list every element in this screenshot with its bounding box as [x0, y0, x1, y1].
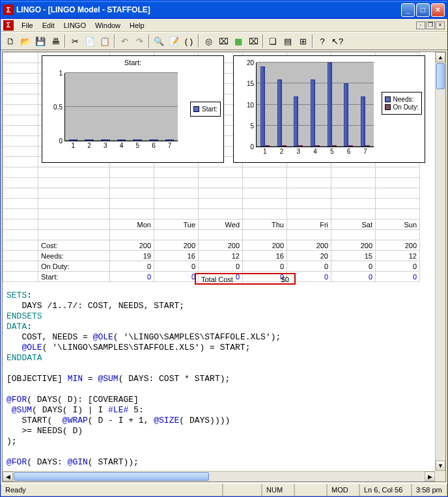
cell[interactable]	[243, 230, 287, 240]
row-start-label[interactable]: Start:	[38, 272, 110, 282]
row-needs-val[interactable]: 16	[243, 251, 287, 261]
minimize-button[interactable]: _	[401, 3, 415, 17]
cell[interactable]	[199, 209, 243, 220]
solve-button[interactable]: ◎	[201, 34, 216, 48]
cell[interactable]	[3, 209, 38, 220]
row-cost-val[interactable]: 200	[199, 240, 243, 251]
maximize-button[interactable]: □	[416, 3, 430, 17]
cell[interactable]	[38, 199, 110, 209]
row-onduty-val[interactable]: 0	[376, 261, 420, 272]
row-onduty-val[interactable]: 0	[287, 261, 331, 272]
cell[interactable]	[154, 188, 199, 199]
cell[interactable]	[154, 199, 199, 209]
cell[interactable]	[243, 209, 287, 220]
cell[interactable]	[3, 84, 38, 94]
cell[interactable]	[287, 178, 331, 188]
mdi-icon[interactable]: Σ	[3, 20, 14, 31]
row-onduty-val[interactable]: 0	[110, 261, 154, 272]
col-mon[interactable]: Mon	[110, 220, 154, 230]
row-start-val[interactable]: 0	[331, 272, 376, 282]
scroll-down-icon[interactable]: ▼	[436, 461, 445, 471]
cell[interactable]	[3, 115, 38, 126]
cell[interactable]	[243, 199, 287, 209]
context-help-button[interactable]: ↖?	[330, 34, 344, 48]
row-needs-val[interactable]: 15	[331, 251, 376, 261]
new-button[interactable]: 🗋	[3, 34, 18, 48]
cell[interactable]	[287, 188, 331, 199]
col-wed[interactable]: Wed	[199, 220, 243, 230]
menu-edit[interactable]: Edit	[38, 20, 59, 31]
cell[interactable]	[154, 230, 199, 240]
print-button[interactable]: 🖶	[48, 34, 63, 48]
cell[interactable]	[3, 63, 38, 74]
menu-file[interactable]: File	[18, 20, 37, 31]
cell[interactable]	[154, 178, 199, 188]
row-needs-label[interactable]: Needs:	[38, 251, 110, 261]
menu-lingo[interactable]: LINGO	[60, 20, 90, 31]
mdi-restore[interactable]: ❐	[426, 21, 435, 29]
cell[interactable]	[38, 230, 110, 240]
cell[interactable]	[3, 94, 38, 105]
cascade-button[interactable]: ⊞	[296, 34, 310, 48]
cell[interactable]	[110, 178, 154, 188]
mdi-minimize[interactable]: -	[416, 21, 425, 29]
scroll-left-icon[interactable]: ◀	[3, 472, 13, 481]
cell[interactable]	[287, 199, 331, 209]
cell[interactable]	[3, 126, 38, 136]
cut-button[interactable]: ✂	[68, 34, 82, 48]
cell[interactable]	[3, 74, 38, 84]
row-onduty-val[interactable]: 0	[331, 261, 376, 272]
cell[interactable]	[3, 230, 38, 240]
cell[interactable]	[331, 230, 376, 240]
mdi-close[interactable]: ×	[436, 21, 445, 29]
cell[interactable]	[287, 230, 331, 240]
find-button[interactable]: 🔍	[152, 34, 166, 48]
row-cost-val[interactable]: 200	[110, 240, 154, 251]
row-onduty-val[interactable]: 0	[199, 261, 243, 272]
cell[interactable]	[3, 272, 38, 282]
cell[interactable]	[3, 157, 38, 167]
row-onduty-label[interactable]: On Duty:	[38, 261, 110, 272]
row-needs-val[interactable]: 19	[110, 251, 154, 261]
cell[interactable]	[3, 167, 38, 178]
save-button[interactable]: 💾	[33, 34, 48, 48]
window-button[interactable]: ❏	[266, 34, 280, 48]
row-needs-val[interactable]: 20	[287, 251, 331, 261]
row-start-val[interactable]: 0	[154, 272, 199, 282]
cell[interactable]	[38, 188, 110, 199]
scroll-thumb[interactable]	[14, 472, 209, 481]
cell[interactable]	[243, 188, 287, 199]
model-code[interactable]: SETS: DAYS /1..7/: COST, NEEDS, START; E…	[7, 291, 434, 468]
row-start-val[interactable]: 0	[110, 272, 154, 282]
cell[interactable]	[376, 230, 420, 240]
cell[interactable]	[110, 188, 154, 199]
undo-button[interactable]: ↶	[117, 34, 132, 48]
goto-button[interactable]: 📝	[167, 34, 181, 48]
options-button[interactable]: ⌧	[246, 34, 260, 48]
cell[interactable]	[199, 188, 243, 199]
cell[interactable]	[376, 167, 420, 178]
help-button[interactable]: ?	[315, 34, 329, 48]
cell[interactable]	[3, 240, 38, 251]
cell[interactable]	[3, 261, 38, 272]
paste-button[interactable]: 📋	[98, 34, 112, 48]
cell[interactable]	[243, 167, 287, 178]
cell[interactable]	[110, 199, 154, 209]
cell[interactable]	[3, 199, 38, 209]
cell[interactable]	[38, 178, 110, 188]
cell[interactable]	[38, 209, 110, 220]
cell[interactable]	[110, 230, 154, 240]
redo-button[interactable]: ↷	[132, 34, 147, 48]
cell[interactable]	[376, 199, 420, 209]
picture-button[interactable]: ▦	[231, 34, 245, 48]
cell[interactable]	[154, 209, 199, 220]
cell[interactable]	[3, 188, 38, 199]
cell[interactable]	[287, 209, 331, 220]
cell[interactable]	[3, 220, 38, 230]
cell[interactable]	[199, 178, 243, 188]
row-cost-val[interactable]: 200	[376, 240, 420, 251]
cell[interactable]	[110, 209, 154, 220]
row-cost-val[interactable]: 200	[154, 240, 199, 251]
scroll-thumb[interactable]	[436, 63, 445, 89]
cell[interactable]	[3, 53, 38, 63]
